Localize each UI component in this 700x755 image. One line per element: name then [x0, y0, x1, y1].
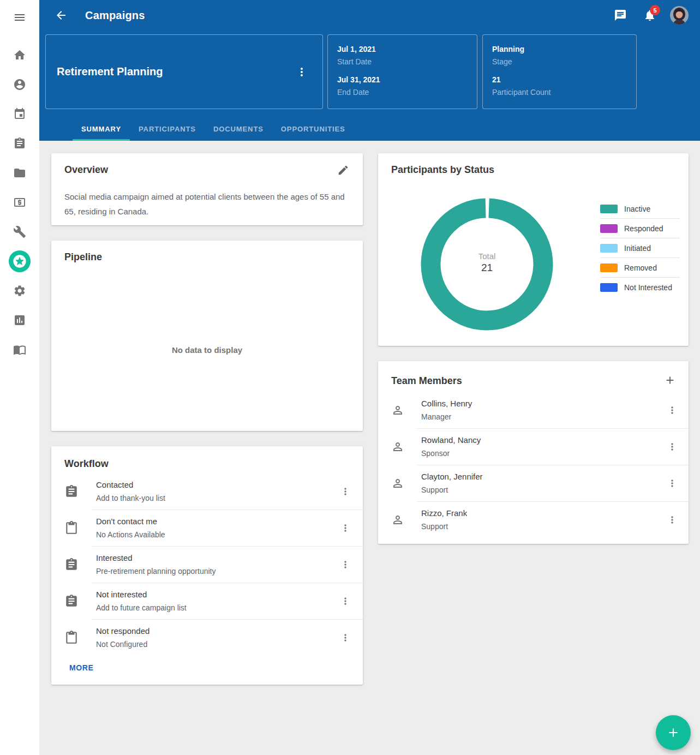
stage-value: Planning	[492, 44, 627, 55]
participant-count-label: Participant Count	[492, 87, 627, 98]
end-date-value: Jul 31, 2021	[337, 74, 468, 85]
sidebar-nav	[0, 40, 39, 364]
member-kebab-menu-icon[interactable]	[662, 474, 682, 493]
member-name: Rizzo, Frank	[421, 508, 662, 519]
main-content: Overview Social media campaign aimed at …	[39, 141, 700, 755]
workflow-kebab-menu-icon[interactable]	[336, 591, 355, 611]
campaign-dates-card: Jul 1, 2021 Start Date Jul 31, 2021 End …	[327, 34, 477, 109]
pipeline-empty-message: No data to display	[51, 345, 363, 355]
legend-label-inactive: Inactive	[624, 205, 650, 213]
tab-participants[interactable]: PARTICIPANTS	[130, 117, 205, 141]
clipboard-filled-icon	[64, 594, 79, 608]
plus-icon	[666, 726, 680, 740]
bar-chart-icon[interactable]	[0, 305, 39, 335]
campaign-name-card: Retirement Planning	[45, 34, 323, 109]
tab-opportunities[interactable]: OPPORTUNITIES	[272, 117, 354, 141]
workflow-kebab-menu-icon[interactable]	[336, 628, 355, 648]
workflow-kebab-menu-icon[interactable]	[336, 482, 355, 501]
bell-icon[interactable]: 5	[639, 4, 661, 26]
hamburger-menu-icon[interactable]	[0, 0, 39, 35]
person-outline-icon	[391, 513, 404, 526]
start-date-value: Jul 1, 2021	[337, 44, 468, 55]
workflow-item-subtitle: Pre-retirement planning opportunity	[96, 566, 336, 577]
person-outline-icon	[391, 477, 404, 490]
stage-field: Planning Stage	[492, 44, 627, 67]
workflow-item-subtitle: Not Configured	[96, 639, 336, 650]
member-name: Collins, Henry	[421, 398, 662, 409]
member-kebab-menu-icon[interactable]	[662, 510, 682, 530]
pipeline-title: Pipeline	[64, 251, 350, 263]
tab-documents[interactable]: DOCUMENTS	[205, 117, 272, 141]
add-fab-button[interactable]	[656, 715, 691, 750]
end-date-label: End Date	[337, 87, 468, 98]
workflow-item-subtitle: Add to thank-you list	[96, 493, 336, 504]
participant-count-value: 21	[492, 74, 627, 85]
workflow-row: Not responded Not Configured	[51, 619, 363, 656]
more-button[interactable]: MORE	[69, 663, 93, 672]
overview-description: Social media campaign aimed at potential…	[64, 189, 350, 219]
workflow-row: Contacted Add to thank-you list	[51, 473, 363, 510]
workflow-row: Interested Pre-retirement planning oppor…	[51, 546, 363, 583]
clipboard-icon[interactable]	[0, 129, 39, 158]
legend-swatch-initiated	[600, 244, 618, 253]
legend-label-removed: Removed	[624, 263, 657, 272]
stage-label: Stage	[492, 56, 627, 67]
member-kebab-menu-icon[interactable]	[662, 400, 682, 420]
legend-swatch-removed	[600, 263, 618, 272]
tab-summary[interactable]: SUMMARY	[73, 117, 130, 141]
clipboard-outline-icon	[64, 631, 79, 645]
donut-chart: Total 21	[421, 198, 553, 331]
donut-center: Total 21	[421, 251, 553, 274]
workflow-kebab-menu-icon[interactable]	[336, 555, 355, 574]
folder-icon[interactable]	[0, 158, 39, 188]
wrench-icon[interactable]	[0, 217, 39, 247]
edit-pencil-icon[interactable]	[337, 164, 350, 177]
member-role: Sponsor	[421, 448, 662, 459]
home-icon[interactable]	[0, 40, 39, 70]
open-book-icon[interactable]	[0, 335, 39, 364]
back-arrow-icon[interactable]	[50, 4, 72, 26]
end-date-field: Jul 31, 2021 End Date	[337, 74, 468, 98]
workflow-title: Workflow	[64, 458, 350, 470]
start-date-label: Start Date	[337, 56, 468, 67]
person-icon[interactable]	[0, 70, 39, 99]
chart-legend: Inactive Responded Initiated Removed Not…	[600, 199, 680, 297]
calendar-icon[interactable]	[0, 99, 39, 129]
campaign-stage-card: Planning Stage 21 Participant Count	[482, 34, 637, 109]
appbar: Campaigns 5	[39, 0, 700, 31]
start-date-field: Jul 1, 2021 Start Date	[337, 44, 468, 67]
member-kebab-menu-icon[interactable]	[662, 437, 682, 457]
legend-swatch-inactive	[600, 205, 618, 213]
tab-bar: SUMMARY PARTICIPANTS DOCUMENTS OPPORTUNI…	[73, 117, 354, 141]
active-item-highlight	[9, 250, 31, 272]
team-members-title: Team Members	[391, 375, 662, 387]
campaign-kebab-menu-icon[interactable]	[291, 61, 313, 83]
clipboard-filled-icon	[64, 558, 79, 572]
workflow-row: Not interested Add to future campaign li…	[51, 583, 363, 619]
legend-label-responded: Responded	[624, 224, 663, 233]
member-name: Rowland, Nancy	[421, 435, 662, 446]
legend-item-inactive: Inactive	[600, 199, 680, 219]
member-role: Support	[421, 521, 662, 532]
clipboard-outline-icon	[64, 521, 79, 535]
gear-icon[interactable]	[0, 276, 39, 305]
participant-count-field: 21 Participant Count	[492, 74, 627, 98]
donut-total-label: Total	[421, 251, 553, 261]
legend-item-not-interested: Not Interested	[600, 278, 680, 297]
member-role: Manager	[421, 411, 662, 422]
avatar[interactable]	[668, 4, 690, 26]
workflow-item-title: Interested	[96, 553, 336, 564]
team-member-row: Rizzo, Frank Support	[378, 501, 689, 538]
chat-icon[interactable]	[609, 4, 631, 26]
star-circle-icon[interactable]	[0, 247, 39, 276]
workflow-item-subtitle: Add to future campaign list	[96, 602, 336, 613]
team-member-row: Clayton, Jennifer Support	[378, 465, 689, 501]
dollar-card-icon[interactable]	[0, 188, 39, 217]
team-members-card: Team Members Collins, Henry Manager Rowl…	[378, 361, 689, 544]
team-member-row: Rowland, Nancy Sponsor	[378, 428, 689, 465]
workflow-item-title: Don't contact me	[96, 516, 336, 527]
workflow-kebab-menu-icon[interactable]	[336, 518, 355, 538]
legend-label-not-interested: Not Interested	[624, 283, 672, 292]
add-team-member-icon[interactable]	[662, 373, 678, 388]
donut-total-value: 21	[421, 261, 553, 274]
